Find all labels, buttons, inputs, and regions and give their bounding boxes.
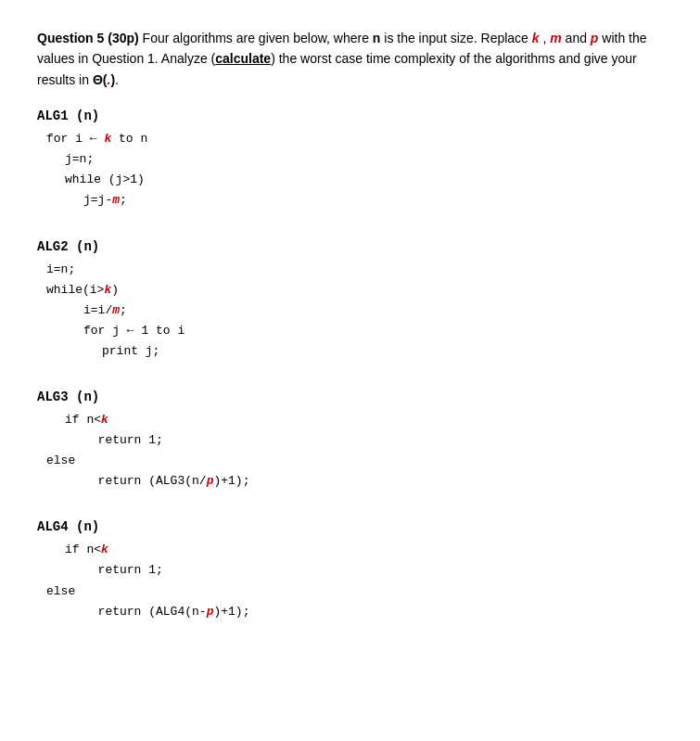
and-text: and — [566, 31, 591, 45]
alg4-line-2: return 1; — [46, 560, 663, 581]
alg4-line-3: else — [46, 581, 663, 602]
p-variable: p — [591, 31, 599, 45]
n-variable: n — [373, 31, 381, 45]
description-2: is the input size. Replace — [384, 31, 532, 45]
k-variable: k — [532, 31, 540, 45]
alg2-line-3: i=i/m; — [46, 300, 663, 321]
alg3-block: ALG3 (n) if n<k return 1; else return (A… — [37, 390, 663, 492]
alg2-line-2: while(i>k) — [46, 280, 663, 300]
alg4-line-1: if n<k — [46, 540, 663, 560]
alg1-line-4: j=j-m; — [46, 190, 663, 211]
m-variable: m — [550, 31, 561, 45]
alg1-line-3: while (j>1) — [46, 170, 663, 190]
alg4-block: ALG4 (n) if n<k return 1; else return (A… — [37, 519, 663, 621]
question-title: Question 5 (30p) — [37, 31, 139, 45]
alg2-line-4: for j ← 1 to i — [46, 321, 663, 341]
period: . — [115, 72, 119, 87]
alg2-title: ALG2 (n) — [37, 239, 663, 254]
alg3-line-1: if n<k — [46, 410, 663, 430]
alg1-block: ALG1 (n) for i ← k to n j=n; while (j>1)… — [37, 109, 663, 211]
alg3-line-4: return (ALG3(n/p)+1); — [46, 471, 663, 492]
alg1-code: for i ← k to n j=n; while (j>1) j=j-m; — [37, 129, 663, 211]
alg4-code: if n<k return 1; else return (ALG4(n-p)+… — [37, 540, 663, 621]
alg2-line-1: i=n; — [46, 260, 663, 280]
question-header: Question 5 (30p) Four algorithms are giv… — [37, 28, 663, 90]
alg3-line-3: else — [46, 451, 663, 471]
calculate-text: calculate — [215, 51, 271, 66]
alg1-title: ALG1 (n) — [37, 109, 663, 123]
alg2-line-5: print j; — [46, 341, 663, 362]
alg3-line-2: return 1; — [46, 430, 663, 451]
theta-notation: Θ(.) — [93, 72, 115, 87]
alg4-line-4: return (ALG4(n-p)+1); — [46, 602, 663, 622]
alg3-code: if n<k return 1; else return (ALG3(n/p)+… — [37, 410, 663, 492]
description-1: Four algorithms are given below, where — [143, 31, 373, 45]
alg2-code: i=n; while(i>k) i=i/m; for j ← 1 to i pr… — [37, 260, 663, 362]
alg1-line-1: for i ← k to n — [46, 129, 663, 149]
question-container: Question 5 (30p) Four algorithms are giv… — [37, 28, 663, 622]
alg1-line-2: j=n; — [46, 149, 663, 170]
alg2-block: ALG2 (n) i=n; while(i>k) i=i/m; for j ← … — [37, 239, 663, 362]
alg3-title: ALG3 (n) — [37, 390, 663, 404]
alg4-title: ALG4 (n) — [37, 519, 663, 534]
